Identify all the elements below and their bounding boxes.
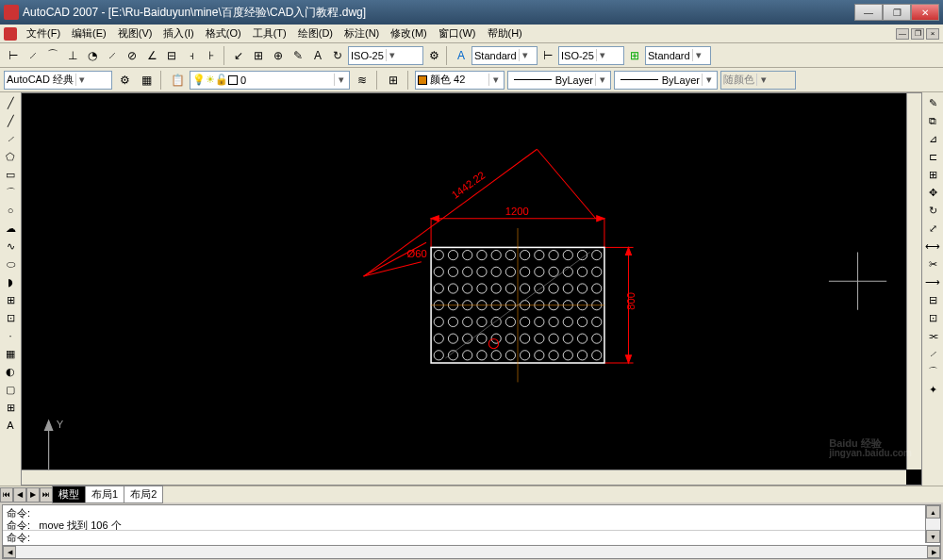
mirror-icon[interactable]: ⊿ [924, 130, 941, 147]
hatch-icon[interactable]: ▦ [2, 345, 19, 362]
gradient-icon[interactable]: ◐ [2, 363, 19, 380]
plotstyle-combo[interactable]: 随颜色▾ [720, 71, 796, 90]
erase-icon[interactable]: ✎ [924, 94, 941, 111]
color-combo[interactable]: 颜色 42▾ [415, 71, 505, 90]
doc-minimize[interactable]: — [896, 28, 909, 40]
spline-icon[interactable]: ∿ [2, 238, 19, 255]
menu-edit[interactable]: 编辑(E) [66, 25, 112, 42]
dim-style-btn[interactable]: ⚙ [424, 46, 443, 65]
chamfer-icon[interactable]: ⟋ [924, 345, 941, 362]
menu-view[interactable]: 视图(V) [112, 25, 158, 42]
dim-jogged-icon[interactable]: ⟋ [103, 46, 122, 65]
table-icon[interactable]: ⊞ [2, 399, 19, 416]
dim-style-combo[interactable]: ISO-25▾ [348, 46, 423, 65]
break-icon[interactable]: ⊡ [924, 309, 941, 326]
dim-style2-combo[interactable]: ISO-25▾ [558, 46, 624, 65]
dim-quick-icon[interactable]: ⊟ [162, 46, 181, 65]
dim-baseline-icon[interactable]: ⫞ [182, 46, 201, 65]
tolerance-icon[interactable]: ⊞ [249, 46, 268, 65]
command-input-line[interactable]: 命令: [3, 530, 940, 545]
workspace-settings-icon[interactable]: ⚙ [115, 71, 134, 90]
menu-modify[interactable]: 修改(M) [385, 25, 433, 42]
minimize-button[interactable]: — [854, 4, 883, 21]
scroll-left-icon[interactable]: ◀ [3, 546, 16, 558]
dim-diameter-icon[interactable]: ⊘ [123, 46, 141, 65]
text-style-combo[interactable]: Standard▾ [472, 46, 538, 65]
close-button[interactable]: ✕ [911, 4, 939, 21]
command-window[interactable]: 命令: 命令: _move 找到 106 个 指定基点或 [位移(D)] <位移… [2, 504, 941, 559]
scale-icon[interactable]: ⤢ [924, 220, 941, 237]
workspace-combo[interactable]: AutoCAD 经典▾ [4, 71, 112, 90]
lineweight-combo[interactable]: ByLayer▾ [614, 71, 718, 90]
dim-aligned-icon[interactable]: ⟋ [24, 46, 42, 65]
scroll-up-icon[interactable]: ▲ [926, 505, 940, 519]
dim-tedit-icon[interactable]: A [308, 46, 327, 65]
ellipse-icon[interactable]: ⬭ [2, 255, 19, 272]
menu-window[interactable]: 窗口(W) [433, 25, 482, 42]
dim-edit-icon[interactable]: ✎ [289, 46, 307, 65]
array-icon[interactable]: ⊞ [924, 166, 941, 183]
dim-arc-icon[interactable]: ⌒ [43, 46, 62, 65]
layer-states-icon[interactable]: ⊞ [384, 71, 403, 90]
point-icon[interactable]: · [2, 327, 19, 344]
dim-update-icon[interactable]: ↻ [328, 46, 347, 65]
arc-icon[interactable]: ⌒ [2, 184, 19, 201]
dim-ordinate-icon[interactable]: ⊥ [63, 46, 82, 65]
drawing-canvas[interactable]: 1442.22 Ø60 1200 800 [21, 92, 922, 486]
menu-help[interactable]: 帮助(H) [482, 25, 528, 42]
region-icon[interactable]: ▢ [2, 381, 19, 398]
rectangle-icon[interactable]: ▭ [2, 166, 19, 183]
canvas-hscroll[interactable] [22, 469, 906, 485]
text-style-icon[interactable]: A [452, 46, 471, 65]
mtext-icon[interactable]: A [2, 417, 19, 434]
dim-angular-icon[interactable]: ∠ [142, 46, 161, 65]
layer-prev-icon[interactable]: ≋ [353, 71, 372, 90]
layer-combo[interactable]: 💡 ☀ 🔓 0 ▾ [190, 71, 350, 90]
stretch-icon[interactable]: ⟷ [924, 238, 941, 255]
trim-icon[interactable]: ✂ [924, 255, 941, 272]
dim-linear-icon[interactable]: ⊢ [4, 46, 23, 65]
line-icon[interactable]: ╱ [2, 94, 19, 111]
dim-continue-icon[interactable]: ⊦ [202, 46, 221, 65]
table-style-icon[interactable]: ⊞ [625, 46, 644, 65]
scroll-down-icon[interactable]: ▼ [926, 530, 940, 543]
copy-icon[interactable]: ⧉ [924, 112, 941, 129]
menu-dimension[interactable]: 标注(N) [339, 25, 385, 42]
center-mark-icon[interactable]: ⊕ [269, 46, 288, 65]
circle-icon[interactable]: ○ [2, 202, 19, 219]
dim-style2-icon[interactable]: ⊢ [538, 46, 557, 65]
scroll-track[interactable] [926, 519, 940, 530]
revcloud-icon[interactable]: ☁ [2, 220, 19, 237]
make-block-icon[interactable]: ⊡ [2, 309, 19, 326]
xline-icon[interactable]: ╱ [2, 112, 19, 129]
hscroll-track[interactable] [16, 546, 927, 558]
maximize-button[interactable]: ❐ [883, 4, 911, 21]
doc-close[interactable]: × [926, 28, 939, 40]
explode-icon[interactable]: ✦ [924, 381, 941, 398]
linetype-combo[interactable]: ByLayer▾ [507, 71, 611, 90]
ellipse-arc-icon[interactable]: ◗ [2, 273, 19, 290]
break-point-icon[interactable]: ⊟ [924, 291, 941, 308]
tab-first-icon[interactable]: ⏮ [0, 487, 13, 502]
menu-draw[interactable]: 绘图(D) [292, 25, 339, 42]
table-style-combo[interactable]: Standard▾ [645, 46, 711, 65]
cmd-vscroll[interactable]: ▲ ▼ [925, 505, 940, 543]
offset-icon[interactable]: ⊏ [924, 148, 941, 165]
join-icon[interactable]: ⫘ [924, 327, 941, 344]
menu-tools[interactable]: 工具(T) [247, 25, 292, 42]
move-icon[interactable]: ✥ [924, 184, 941, 201]
menu-insert[interactable]: 插入(I) [157, 25, 199, 42]
pline-icon[interactable]: ⟋ [2, 130, 19, 147]
doc-restore[interactable]: ❐ [911, 28, 924, 40]
toolpalette-icon[interactable]: ▦ [137, 71, 156, 90]
menu-file[interactable]: 文件(F) [21, 25, 66, 42]
extend-icon[interactable]: ⟶ [924, 273, 941, 290]
canvas-vscroll[interactable] [906, 93, 921, 469]
menu-format[interactable]: 格式(O) [200, 25, 247, 42]
layer-manager-icon[interactable]: 📋 [168, 71, 187, 90]
rotate-icon[interactable]: ↻ [924, 202, 941, 219]
dim-radius-icon[interactable]: ◔ [83, 46, 102, 65]
qleader-icon[interactable]: ↙ [229, 46, 248, 65]
insert-block-icon[interactable]: ⊞ [2, 291, 19, 308]
scroll-right-icon[interactable]: ▶ [927, 546, 940, 558]
